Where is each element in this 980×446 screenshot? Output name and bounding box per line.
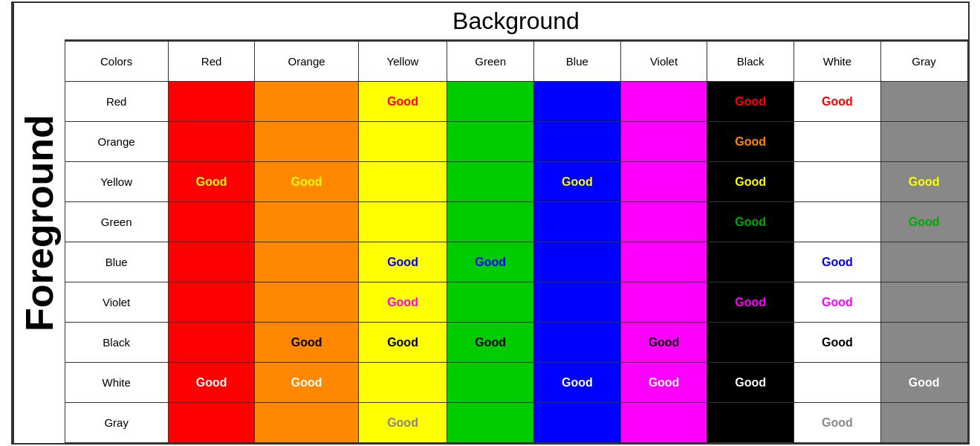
row-label: Yellow — [65, 162, 168, 202]
column-header-black: Black — [707, 42, 794, 82]
color-cell — [358, 122, 447, 162]
good-label: Good — [909, 216, 940, 228]
row-label: Red — [65, 82, 168, 122]
good-label: Good — [291, 376, 322, 389]
good-label: Good — [735, 216, 766, 228]
color-cell — [707, 403, 794, 443]
color-cell: Good — [794, 282, 881, 323]
row-label: Black — [65, 323, 168, 363]
color-cell: Good — [255, 162, 358, 202]
color-cell — [255, 282, 358, 323]
color-cell — [794, 202, 881, 242]
color-cell: Good — [707, 162, 794, 202]
good-label: Good — [387, 336, 418, 349]
good-label: Good — [475, 256, 506, 268]
table-container: Background ColorsRedOrangeYellowGreenBlu… — [65, 3, 968, 443]
color-cell — [358, 202, 447, 242]
good-label: Good — [196, 376, 227, 389]
table-row: OrangeGood — [65, 122, 967, 162]
column-header-yellow: Yellow — [358, 42, 447, 82]
color-cell — [880, 323, 967, 363]
color-cell: Good — [533, 162, 620, 202]
color-cell — [533, 242, 620, 282]
color-cell — [794, 162, 881, 202]
table-row: WhiteGoodGoodGoodGoodGoodGood — [65, 363, 967, 403]
color-cell — [168, 202, 255, 242]
good-label: Good — [291, 175, 322, 188]
column-header-orange: Orange — [255, 42, 358, 82]
color-cell: Good — [707, 282, 794, 323]
column-header-green: Green — [447, 42, 534, 82]
color-cell — [255, 202, 358, 242]
color-cell: Good — [255, 363, 358, 403]
table-row: YellowGoodGoodGoodGoodGood — [65, 162, 967, 202]
color-cell — [620, 242, 707, 282]
color-cell — [447, 162, 534, 202]
table-row: BlackGoodGoodGoodGoodGood — [65, 323, 967, 363]
color-cell: Good — [620, 323, 707, 363]
color-cell — [168, 122, 255, 162]
color-cell — [707, 242, 794, 282]
good-label: Good — [909, 376, 940, 389]
color-cell — [255, 122, 358, 162]
color-cell — [880, 122, 967, 162]
good-label: Good — [649, 376, 680, 389]
good-label: Good — [735, 296, 766, 308]
color-cell — [533, 403, 620, 443]
color-cell: Good — [707, 363, 794, 403]
column-header-white: White — [794, 42, 881, 82]
color-cell — [447, 122, 534, 162]
table-row: RedGoodGoodGood — [65, 82, 967, 122]
column-header-red: Red — [168, 42, 255, 82]
color-cell — [358, 162, 447, 202]
row-label: Blue — [65, 242, 168, 282]
color-cell: Good — [533, 363, 620, 403]
color-cell: Good — [794, 82, 881, 122]
good-label: Good — [822, 95, 853, 108]
color-cell — [168, 323, 255, 363]
color-cell — [168, 282, 255, 323]
color-cell — [533, 82, 620, 122]
color-cell — [620, 122, 707, 162]
color-cell: Good — [358, 282, 447, 323]
color-cell: Good — [358, 403, 447, 443]
color-cell: Good — [707, 82, 794, 122]
color-cell: Good — [620, 363, 707, 403]
good-label: Good — [909, 175, 940, 188]
color-cell — [620, 282, 707, 323]
good-label: Good — [387, 296, 418, 308]
color-cell: Good — [794, 403, 881, 443]
row-label: White — [65, 363, 168, 403]
contrast-table: ColorsRedOrangeYellowGreenBlueVioletBlac… — [65, 41, 968, 443]
color-cell: Good — [255, 323, 358, 363]
color-cell — [255, 403, 358, 443]
color-cell: Good — [168, 363, 255, 403]
color-cell — [168, 242, 255, 282]
color-cell — [447, 202, 534, 242]
color-cell — [168, 82, 255, 122]
good-label: Good — [196, 175, 227, 188]
good-label: Good — [822, 336, 853, 349]
good-label: Good — [649, 336, 680, 349]
color-cell — [255, 82, 358, 122]
color-cell — [447, 363, 534, 403]
good-label: Good — [735, 175, 766, 188]
color-cell: Good — [794, 242, 881, 282]
background-header: Background — [65, 3, 968, 41]
color-cell: Good — [794, 323, 881, 363]
table-row: BlueGoodGoodGood — [65, 242, 967, 282]
row-label: Orange — [65, 122, 168, 162]
color-cell — [447, 282, 534, 323]
column-header-gray: Gray — [880, 42, 967, 82]
color-cell — [358, 363, 447, 403]
color-cell — [794, 122, 881, 162]
row-label: Gray — [65, 403, 168, 443]
color-cell — [794, 363, 881, 403]
color-cell — [880, 242, 967, 282]
color-cell: Good — [358, 82, 447, 122]
color-contrast-table: Foreground Background ColorsRedOrangeYel… — [11, 1, 970, 445]
color-cell — [533, 122, 620, 162]
color-cell — [707, 323, 794, 363]
color-cell: Good — [358, 242, 447, 282]
color-cell: Good — [168, 162, 255, 202]
